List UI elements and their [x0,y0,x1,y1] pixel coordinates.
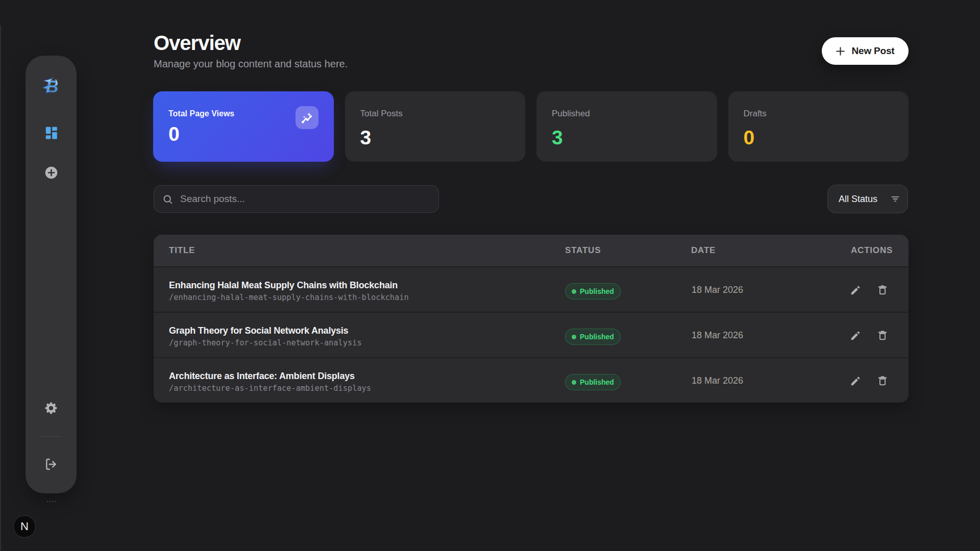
search-input[interactable] [180,193,430,205]
new-post-label: New Post [852,45,895,57]
page-subtitle: Manage your blog content and status here… [154,58,348,70]
search-box [154,185,439,213]
post-slug: /architecture-as-interface-ambient-displ… [169,385,371,392]
stat-cards: Total Page Views 0 Total Posts 3 Publish… [153,91,909,162]
stat-card-published[interactable]: Published 3 [536,91,717,162]
post-title[interactable]: Architecture as Interface: Ambient Displ… [169,371,355,381]
delete-icon[interactable] [877,375,888,386]
post-title[interactable]: Graph Theory for Social Network Analysis [169,326,348,335]
new-post-button[interactable]: New Post [822,37,909,65]
status-badge: Published [565,374,621,390]
edit-icon[interactable] [850,330,861,341]
table-row: Enhancing Halal Meat Supply Chains with … [154,266,909,312]
nextjs-n-icon: N [20,520,29,533]
post-date: 18 Mar 2026 [692,285,743,296]
gear-icon [44,402,58,415]
stat-card-total-posts[interactable]: Total Posts 3 [345,91,526,162]
post-slug: /graph-theory-for-social-network-analysi… [169,339,362,347]
stat-value: 3 [552,128,563,147]
column-header-status: STATUS [565,245,601,256]
column-header-actions: ACTIONS [851,245,893,256]
filter-icon [890,194,900,204]
stat-value: 0 [744,128,755,147]
status-filter-label: All Status [839,194,877,205]
left-edge-line [0,25,1,551]
post-date: 18 Mar 2026 [692,375,743,387]
post-slug: /enhancing-halal-meat-supply-chains-with… [169,294,409,302]
stat-label: Published [552,109,590,118]
status-badge: Published [565,329,621,345]
status-text: Published [580,378,614,386]
trending-icon-box [296,106,318,129]
search-icon [162,194,173,205]
sidebar-item-logout[interactable] [26,458,77,471]
blog-admin-dashboard: B [0,0,980,551]
post-title[interactable]: Enhancing Halal Meat Supply Chains with … [169,281,398,290]
status-badge: Published [565,283,621,299]
stat-label: Total Posts [360,109,403,118]
sidebar-item-new-post[interactable] [26,166,77,180]
column-header-date: DATE [691,245,716,256]
stat-card-total-page-views[interactable]: Total Page Views 0 [153,91,334,162]
status-filter-button[interactable]: All Status [827,185,908,213]
post-date: 18 Mar 2026 [692,330,743,341]
stat-label: Drafts [744,109,767,118]
posts-table: TITLE STATUS DATE ACTIONS Enhancing Hala… [154,235,909,403]
table-row: Architecture as Interface: Ambient Displ… [154,357,909,403]
status-text: Published [580,287,614,295]
plus-circle-icon [44,166,58,180]
table-header: TITLE STATUS DATE ACTIONS [154,235,909,266]
table-row: Graph Theory for Social Network Analysis… [154,312,909,357]
status-text: Published [580,333,614,341]
trending-sparkle-icon [300,111,313,124]
stat-label: Total Page Views [168,110,234,118]
status-dot-icon [572,335,576,339]
status-dot-icon [572,289,576,294]
sidebar-drag-dots [26,496,77,506]
delete-icon[interactable] [877,284,888,295]
app-logo[interactable]: B [26,77,77,95]
sidebar-item-settings[interactable] [26,402,77,415]
status-dot-icon [572,380,576,385]
column-header-title: TITLE [169,245,195,256]
stat-value: 3 [360,128,372,147]
sidebar-divider [41,436,61,437]
plus-icon [836,47,845,56]
edit-icon[interactable] [850,375,861,387]
page-title: Overview [154,33,240,53]
logout-icon [44,458,58,471]
dashboard-icon [44,126,58,139]
blog-logo-icon: B [42,77,60,95]
delete-icon[interactable] [877,330,888,341]
edit-icon[interactable] [850,285,861,296]
nextjs-dev-badge[interactable]: N [13,515,36,538]
sidebar: B [26,56,77,493]
stat-card-drafts[interactable]: Drafts 0 [728,91,909,162]
stat-value: 0 [168,124,180,144]
sidebar-item-dashboard[interactable] [26,126,77,139]
